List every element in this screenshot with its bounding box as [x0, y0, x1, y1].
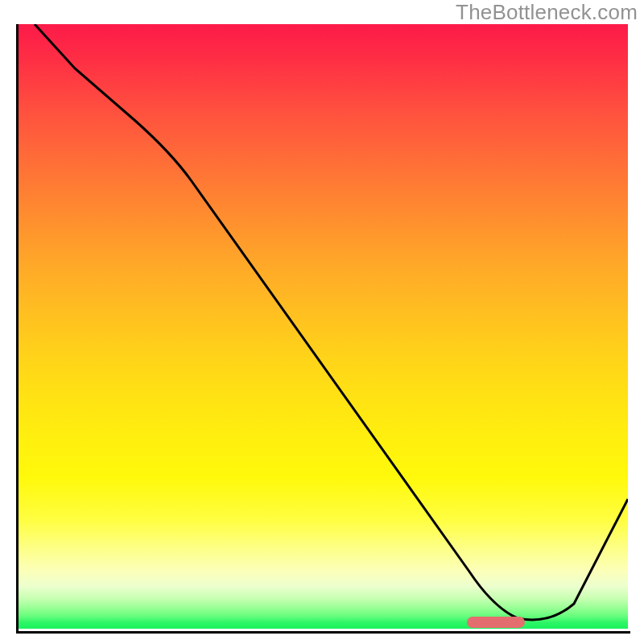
watermark-text: TheBottleneck.com: [456, 0, 638, 25]
axes-frame: [16, 24, 630, 634]
chart-container: TheBottleneck.com: [0, 0, 644, 644]
